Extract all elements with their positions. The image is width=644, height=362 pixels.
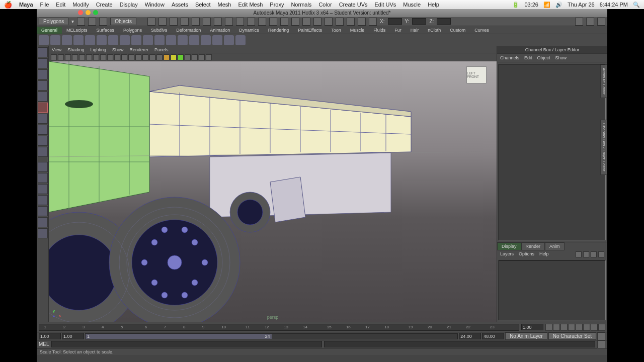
panel-tool-icon[interactable] [149, 54, 155, 60]
ui-toggle-icon[interactable] [597, 18, 605, 26]
menu-proxy[interactable]: Proxy [270, 2, 284, 8]
viewcube[interactable]: LEFT FRONT [466, 66, 487, 83]
shelf-button[interactable] [235, 35, 246, 45]
panel-menu-panels[interactable]: Panels [154, 47, 169, 52]
layout-icon[interactable] [38, 217, 48, 227]
soft-mod-tool-icon[interactable] [38, 125, 48, 135]
menuset-dropdown[interactable]: Polygons [39, 18, 68, 25]
move-tool-icon[interactable] [38, 80, 48, 90]
snap-icon[interactable] [203, 18, 211, 26]
paint-select-tool-icon[interactable] [38, 69, 48, 79]
time-ruler[interactable]: 1234567891011121314151617181920212223 [39, 324, 519, 331]
traffic-lights[interactable] [78, 10, 98, 15]
character-set-dropdown[interactable]: No Character Set [548, 332, 596, 340]
layer-tab-render[interactable]: Render [521, 242, 545, 250]
save-scene-icon[interactable] [99, 18, 107, 26]
layer-editor-body[interactable] [499, 260, 606, 320]
render-icon[interactable] [269, 18, 277, 26]
panel-tool-icon[interactable] [171, 54, 177, 60]
snap-icon[interactable] [181, 18, 189, 26]
script-editor-icon[interactable] [597, 340, 605, 348]
shelf-tab[interactable]: Animation [205, 27, 234, 34]
manip-tool-icon[interactable] [38, 114, 48, 124]
snap-icon[interactable] [147, 18, 155, 26]
menu-createuvs[interactable]: Create UVs [339, 2, 368, 8]
play-back-icon[interactable] [568, 324, 575, 331]
command-input[interactable] [51, 341, 323, 347]
panel-tool-icon[interactable] [65, 54, 71, 60]
menu-window[interactable]: Window [145, 2, 165, 8]
step-fwd-icon[interactable] [591, 324, 598, 331]
snap-icon[interactable] [192, 18, 200, 26]
render-icon[interactable] [280, 18, 288, 26]
z-field[interactable] [437, 18, 451, 25]
goto-end-icon[interactable] [598, 324, 605, 331]
new-scene-icon[interactable] [77, 18, 85, 26]
cb-menu-object[interactable]: Object [537, 55, 550, 60]
snap-icon[interactable] [158, 18, 167, 26]
layer-menu-layers[interactable]: Layers [500, 251, 514, 257]
shelf-button[interactable] [166, 35, 176, 45]
time-slider[interactable]: 1234567891011121314151617181920212223 [37, 322, 607, 332]
snap-icon[interactable] [170, 18, 178, 26]
menu-assets[interactable]: Assets [172, 2, 188, 8]
key-fwd-icon[interactable] [583, 324, 590, 331]
render-icon[interactable] [313, 18, 321, 26]
apple-icon[interactable]: 🍎 [4, 1, 12, 9]
panel-tool-icon[interactable] [142, 54, 148, 60]
ipr-icon[interactable] [347, 18, 355, 26]
shelf-button[interactable] [50, 35, 60, 45]
menu-edit[interactable]: Edit [56, 2, 65, 8]
snap-icon[interactable] [225, 18, 233, 26]
shelf-tab[interactable]: Fur [390, 27, 406, 34]
panel-tool-icon[interactable] [178, 54, 184, 60]
shelf-tab[interactable]: Dynamics [234, 27, 264, 34]
shelf-tab[interactable]: Fluids [369, 27, 390, 34]
step-back-icon[interactable] [553, 324, 560, 331]
shelf-button[interactable] [224, 35, 234, 45]
layout-icon[interactable] [38, 206, 48, 216]
attribute-editor-tab[interactable]: Attribute Editor [600, 64, 607, 98]
shelf-button[interactable] [73, 35, 84, 45]
range-slider[interactable]: 124 [85, 333, 458, 339]
shelf-tab-general[interactable]: General [37, 27, 62, 34]
anim-end-field[interactable] [482, 333, 504, 339]
panel-tool-icon[interactable] [199, 54, 205, 60]
panel-tool-icon[interactable] [164, 54, 170, 60]
shelf-button[interactable] [97, 35, 107, 45]
ipr-icon[interactable] [336, 18, 344, 26]
shelf-button[interactable] [143, 35, 153, 45]
render-icon[interactable] [325, 18, 333, 26]
panel-tool-icon[interactable] [206, 54, 212, 60]
last-tool-icon[interactable] [38, 147, 48, 157]
panel-tool-icon[interactable] [79, 54, 85, 60]
layout-icon[interactable] [38, 184, 48, 194]
shelf-button[interactable] [62, 35, 72, 45]
cmd-lang-label[interactable]: MEL [39, 341, 49, 347]
render-icon[interactable] [291, 18, 299, 26]
panel-menu-show[interactable]: Show [112, 47, 124, 52]
layout-icon[interactable] [38, 228, 48, 238]
panel-tool-icon[interactable] [135, 54, 141, 60]
select-mode-dropdown[interactable]: Objects [110, 18, 136, 25]
cb-menu-show[interactable]: Show [555, 55, 567, 60]
layer-menu-help[interactable]: Help [539, 251, 549, 257]
panel-tool-icon[interactable] [86, 54, 92, 60]
shelf-tab[interactable]: Curves [470, 27, 494, 34]
channel-box-tab[interactable]: Channel Box / Layer Editor [600, 120, 607, 175]
ipr-icon[interactable] [369, 18, 377, 26]
panel-menu-view[interactable]: View [52, 47, 61, 52]
menu-mesh[interactable]: Mesh [217, 2, 231, 8]
shelf-tab[interactable]: Custom [445, 27, 470, 34]
y-field[interactable] [412, 18, 426, 25]
shelf-tab[interactable]: MELscipts [62, 27, 92, 34]
menu-modify[interactable]: Modify [72, 2, 89, 8]
panel-tool-icon[interactable] [185, 54, 191, 60]
shelf-button[interactable] [189, 35, 199, 45]
anim-start-field[interactable] [39, 333, 61, 339]
menu-edituvs[interactable]: Edit UVs [375, 2, 396, 8]
panel-tool-icon[interactable] [93, 54, 99, 60]
menu-create[interactable]: Create [96, 2, 113, 8]
shelf-button[interactable] [154, 35, 165, 45]
lasso-tool-icon[interactable] [38, 58, 48, 68]
